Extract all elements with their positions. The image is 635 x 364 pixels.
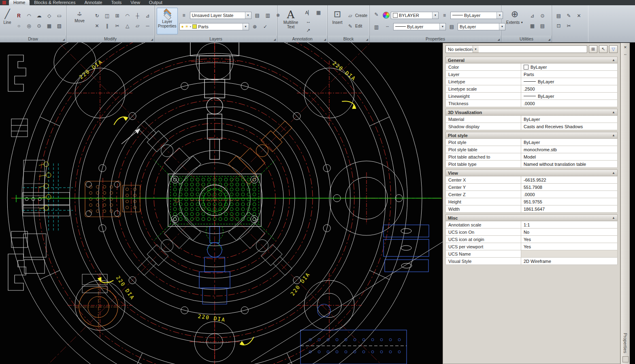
make-object-layer-current-icon[interactable]: ⊕ (250, 22, 260, 31)
property-value[interactable]: ByLayer (521, 78, 617, 85)
properties-launcher-icon[interactable]: ◢ (498, 38, 500, 41)
property-value[interactable]: 551.7908 (521, 184, 617, 190)
tab-output[interactable]: Output (145, 0, 167, 5)
layer-color-swatch[interactable] (192, 24, 197, 29)
stretch-icon[interactable]: ┼ (133, 11, 142, 21)
region-icon[interactable]: ▧ (55, 21, 64, 31)
collapse-chevron-icon[interactable]: ▲ (612, 58, 615, 62)
draw-launcher-icon[interactable]: ◢ (63, 38, 65, 41)
app-menu-icon[interactable] (2, 1, 6, 4)
layers-panel-label[interactable]: Layers (209, 36, 222, 41)
match-icon[interactable]: ✎ (564, 11, 573, 21)
properties-panel-label[interactable]: Properties (426, 36, 445, 41)
property-value[interactable]: Casts and Receives Shadows (521, 123, 617, 130)
single-text-icon[interactable]: A▏ (304, 8, 313, 17)
property-value[interactable]: .2500 (521, 85, 617, 92)
paste-icon[interactable]: ▤ (554, 11, 563, 21)
tab-annotate[interactable]: Annotate (80, 0, 107, 5)
layer-isolate-icon[interactable]: ▤ (253, 11, 262, 20)
tab-tools[interactable]: Tools (107, 0, 126, 5)
point-icon[interactable]: ⊙ (34, 21, 44, 31)
ellipse-icon[interactable]: ◎ (24, 21, 34, 31)
move-button[interactable]: ↔↕ Move (68, 8, 91, 34)
tab-home[interactable]: Home (9, 0, 30, 5)
dimension-icon[interactable]: ↔ (304, 17, 313, 26)
combo-arrow-icon[interactable]: ▼ (473, 46, 479, 53)
fillet-icon[interactable]: ◠ (123, 11, 132, 21)
join-icon[interactable]: ─ (143, 21, 152, 31)
object-color-combo[interactable]: BYLAYER ▼ (391, 12, 439, 19)
property-value[interactable]: ByLayer (521, 139, 617, 146)
tab-blocks-references[interactable]: Blocks & References (30, 0, 80, 5)
erase-icon[interactable]: ✕ (92, 21, 102, 31)
property-value[interactable]: ByLayer (521, 63, 617, 70)
autohide-icon[interactable]: ⇔ (622, 51, 629, 57)
property-value[interactable]: Named without translation table (521, 161, 617, 167)
utilities-panel-label[interactable]: Utilities (520, 36, 533, 41)
tab-view[interactable]: View (126, 0, 145, 5)
collapse-chevron-icon[interactable]: ▲ (612, 216, 615, 220)
plot-style-icon[interactable]: ▤ (447, 22, 456, 31)
array-icon[interactable]: ⊞ (113, 11, 122, 21)
match-layer-icon[interactable]: ✓ (261, 22, 270, 31)
layer-lock-icon[interactable]: ▪ (190, 25, 192, 29)
list-icon[interactable]: ▤ (538, 21, 547, 31)
palette-tab-title[interactable]: Properties (623, 333, 628, 353)
copy-icon[interactable]: ⊡ (554, 21, 563, 31)
properties-list-icon[interactable]: ▥ (372, 23, 381, 32)
rotate-icon[interactable]: ↻ (92, 11, 102, 21)
layer-on-icon[interactable]: ● (181, 25, 184, 29)
plot-style-combo[interactable]: ByLayer ▼ (458, 23, 505, 30)
explode-icon[interactable]: ▱ (133, 21, 142, 31)
layer-combo[interactable]: ● ☀ ▪ Parts ▼ (179, 23, 249, 30)
annotation-panel-label[interactable]: Annotation (292, 36, 312, 41)
quick-calc-icon[interactable]: ▦ (528, 21, 537, 31)
annotation-launcher-icon[interactable]: ◢ (324, 38, 326, 41)
insert-button[interactable]: ⊡ Insert (330, 8, 345, 34)
property-value[interactable]: Parts (521, 71, 617, 78)
match-properties-icon[interactable]: ✎ (372, 10, 381, 19)
layer-thaw-icon[interactable]: ☀ (185, 25, 189, 29)
utilities-launcher-icon[interactable]: ◢ (548, 38, 550, 41)
zoom-extents-button[interactable]: ⊕ Extents▼ (503, 8, 526, 34)
modify-launcher-icon[interactable]: ◢ (151, 38, 153, 41)
collapse-chevron-icon[interactable]: ▲ (612, 110, 615, 114)
circle-icon[interactable]: ○ (14, 21, 23, 31)
property-value[interactable]: No (521, 229, 617, 235)
property-value[interactable]: 2D Wireframe (521, 258, 617, 265)
section-header-3d-visualization[interactable]: 3D Visualization▲ (445, 109, 618, 116)
scale-icon[interactable]: ⊿ (143, 11, 152, 21)
mirror-icon[interactable]: ◫ (102, 11, 112, 21)
palette-properties-icon[interactable] (622, 356, 629, 362)
offset-icon[interactable]: ∥ (102, 21, 112, 31)
cut-icon[interactable]: ✂ (564, 21, 573, 31)
property-value[interactable]: .0000 (521, 100, 617, 107)
layer-states-icon[interactable]: ≡ (179, 11, 189, 20)
lineweight-combo[interactable]: ByLayer ▼ (450, 12, 503, 19)
property-value[interactable]: .0000 (521, 191, 617, 198)
property-value[interactable]: ByLayer (521, 93, 617, 99)
layers-launcher-icon[interactable]: ◢ (274, 38, 276, 41)
property-value[interactable]: 1:1 (521, 221, 617, 228)
select-objects-icon[interactable]: ↖ (599, 45, 607, 53)
property-value[interactable]: Model (521, 153, 617, 160)
modify-panel-label[interactable]: Modify (104, 36, 117, 41)
r-tool-icon[interactable]: R (14, 11, 23, 21)
polygon-icon[interactable]: ◇ (45, 11, 54, 21)
layer-unisolate-icon[interactable]: ▥ (263, 11, 273, 20)
edit-block-button[interactable]: ✎ Edit (347, 23, 367, 30)
layer-state-combo[interactable]: Unsaved Layer State ▼ (190, 12, 251, 19)
combo-arrow-icon[interactable]: ▼ (243, 23, 249, 30)
create-block-button[interactable]: ▱ Create (347, 12, 367, 19)
hatch-icon[interactable]: ▦ (45, 21, 54, 31)
revision-cloud-icon[interactable]: ☁ (34, 11, 44, 21)
property-value[interactable]: monochrome.stb (521, 146, 617, 153)
collapse-chevron-icon[interactable]: ▲ (612, 133, 615, 137)
combo-arrow-icon[interactable]: ▼ (432, 12, 438, 19)
table-icon[interactable]: ▦ (314, 8, 323, 17)
multiline-text-button[interactable]: A Multiline Text (279, 8, 302, 34)
layer-properties-button[interactable]: Layer Properties (157, 8, 178, 34)
chamfer-icon[interactable]: △ (123, 21, 132, 31)
arc-icon[interactable]: ◠ (24, 11, 34, 21)
selection-combo[interactable]: No selection ▼ (445, 45, 587, 53)
